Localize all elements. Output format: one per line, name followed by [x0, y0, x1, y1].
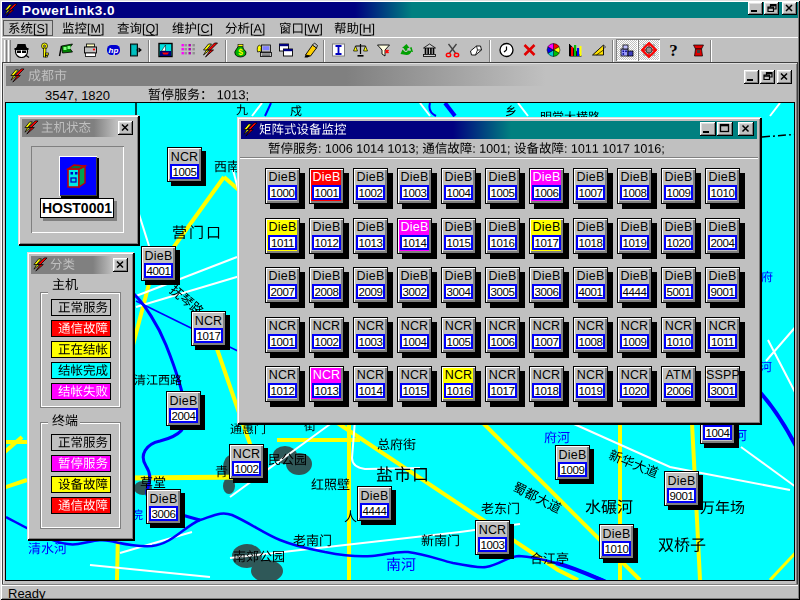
svg-text:?: ? [669, 42, 678, 58]
svg-text:$: $ [238, 47, 243, 57]
svg-text:hp: hp [109, 46, 119, 55]
